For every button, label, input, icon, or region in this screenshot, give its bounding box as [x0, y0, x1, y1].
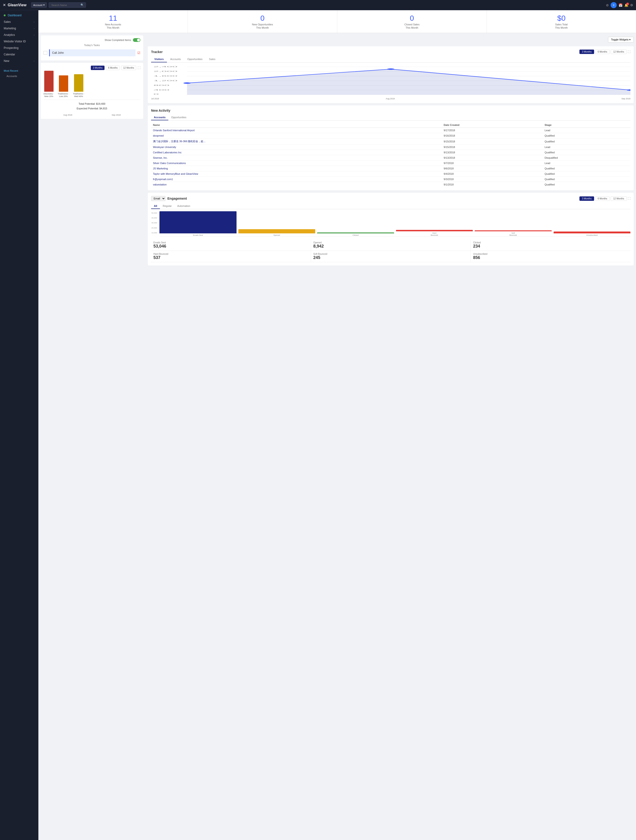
col-stage: Stage: [543, 122, 630, 128]
table-row: 澳门金沙国际，注册送 36-366 随机彩金，超...9/15/2018Qual…: [151, 139, 630, 145]
row-name[interactable]: Certified Laboratories Inc: [151, 150, 442, 155]
row-name[interactable]: valuestation: [151, 182, 442, 187]
tracker-3months-btn[interactable]: 3 Months: [579, 50, 594, 54]
eng-bar-unsub-bar: [554, 232, 631, 234]
row-stage: Lead: [543, 128, 630, 133]
eng-bars-row: Emails Sent Opened Clicked: [160, 211, 630, 237]
eng-bar-sent-label: Emails Sent: [193, 234, 203, 237]
engagement-expand-icon[interactable]: ⛶: [628, 197, 630, 200]
most-recent-link[interactable]: Most Recent: [0, 68, 38, 74]
show-completed-toggle[interactable]: [133, 38, 140, 42]
search-input[interactable]: [51, 4, 79, 6]
tracker-tab-visitors[interactable]: Visitors: [151, 56, 167, 62]
stat-total-sub: This Month: [490, 26, 633, 29]
calendar-button[interactable]: 📅: [619, 3, 622, 7]
eng-stat-item: Opened8,942: [311, 240, 471, 251]
engagement-3months-btn[interactable]: 3 Months: [579, 196, 594, 201]
tracker-12months-btn[interactable]: 12 Months: [611, 50, 627, 54]
row-name[interactable]: Taylor with MemoryBlue and GleanView: [151, 171, 442, 177]
account-selector[interactable]: Account ▾: [31, 2, 47, 8]
svg-text:1,600: 1,600: [153, 75, 177, 77]
sidebar-item-new[interactable]: New ›: [0, 58, 38, 64]
tracker-tab-sales[interactable]: Sales: [206, 56, 219, 62]
row-stage: Lead: [543, 161, 630, 166]
activity-table: Name Date Created Stage Orlando Sanford …: [151, 122, 630, 187]
engagement-12months-btn[interactable]: 12 Months: [611, 196, 627, 201]
sidebar-item-calendar[interactable]: Calendar: [0, 51, 38, 58]
svg-point-15: [184, 82, 191, 84]
eng-bar-soft-bar: [475, 231, 552, 231]
row-date: 9/16/2018: [442, 133, 543, 139]
engagement-sub-tabs: All Regular Automation: [151, 204, 630, 209]
row-name[interactable]: Wesleyan University: [151, 145, 442, 150]
row-date: 9/13/2018: [442, 150, 543, 155]
tracker-tab-accounts[interactable]: Accounts: [167, 56, 184, 62]
sidebar-item-analytics[interactable]: Analytics ›: [0, 32, 38, 38]
tracker-6months-btn[interactable]: 6 Months: [595, 50, 610, 54]
sidebar-item-website-visitor[interactable]: Website Visitor ID: [0, 38, 38, 45]
row-stage: Lead: [543, 145, 630, 150]
col-name: Name: [151, 122, 442, 128]
eng-tab-all[interactable]: All: [151, 204, 160, 209]
tracker-tab-opportunities[interactable]: Opportunities: [184, 56, 206, 62]
row-stage: Qualified: [543, 150, 630, 155]
stat-new-accounts: 11 New Accounts This Month: [38, 10, 188, 33]
add-button[interactable]: +: [611, 2, 617, 8]
activity-tab-opportunities[interactable]: Opportunities: [168, 115, 189, 120]
chart-expand-icon[interactable]: ⛶: [138, 66, 140, 69]
row-name[interactable]: 澳门金沙国际，注册送 36-366 随机彩金，超...: [151, 139, 442, 145]
engagement-bar-chart: 50,000 40,000 30,000 20,000 10,000 Email…: [151, 211, 630, 237]
sidebar-item-sales[interactable]: Sales ›: [0, 19, 38, 25]
table-row: Certified Laboratories Inc9/13/2018Quali…: [151, 150, 630, 155]
notifications-button[interactable]: 🔔 1: [624, 3, 628, 7]
chart-6months-btn[interactable]: 6 Months: [106, 66, 120, 70]
engagement-6months-btn[interactable]: 6 Months: [595, 196, 610, 201]
tracker-x-labels: Jul 2018 Aug 2018 Sep 2018: [151, 98, 630, 100]
close-icon[interactable]: ✕: [3, 3, 6, 7]
total-potential: Total Potential: $19,400: [44, 102, 140, 106]
sidebar-sub-accounts[interactable]: Accounts: [0, 74, 38, 79]
x-label-sep: Sep 2018: [112, 114, 121, 116]
task-checkbox[interactable]: [44, 51, 47, 55]
settings-button[interactable]: ⚙: [630, 3, 633, 7]
eng-bar-clicked-bar: [317, 232, 394, 234]
eng-bar-hard-bar: [396, 230, 473, 231]
eng-tab-automation[interactable]: Automation: [175, 204, 193, 209]
email-type-select[interactable]: Email: [151, 196, 166, 201]
new-arrow: ›: [34, 60, 35, 62]
row-date: 9/4/2018: [442, 171, 543, 177]
search-bar[interactable]: 🔍: [49, 2, 86, 8]
tracker-svg: 2,400 2,000 1,600 1,200 800 400 0: [151, 65, 630, 97]
eng-bar-opened-bar: [238, 229, 315, 234]
sidebar-item-prospecting[interactable]: Prospecting: [0, 45, 38, 51]
chart-3months-btn[interactable]: 3 Months: [91, 66, 104, 70]
tracker-expand-icon[interactable]: ⛶: [628, 50, 630, 54]
row-name[interactable]: fr@yopmail.com1: [151, 177, 442, 182]
activity-tab-accounts[interactable]: Accounts: [151, 115, 168, 120]
table-row: Sisense, Inc.9/13/2018Disqualified: [151, 155, 630, 161]
chart-12months-btn[interactable]: 12 Months: [121, 66, 136, 70]
filter-button[interactable]: ⊘: [606, 3, 609, 7]
toggle-widgets-button[interactable]: Toggle Widgets ▾: [608, 37, 634, 43]
sidebar-item-dashboard[interactable]: Dashboard: [0, 12, 38, 19]
eng-stat-item: Emails Sent53,046: [151, 240, 311, 251]
tracker-tabs: Visitors Accounts Opportunities Sales: [151, 56, 630, 63]
activity-title: New Activity: [151, 109, 630, 112]
eng-tab-regular[interactable]: Regular: [160, 204, 175, 209]
row-name[interactable]: Sisense, Inc.: [151, 155, 442, 161]
svg-text:800: 800: [153, 84, 169, 86]
eng-stat-value: 245: [313, 255, 468, 260]
sidebar-item-marketing[interactable]: Marketing ›: [0, 25, 38, 32]
row-name[interactable]: Silver Oaks Communications: [151, 161, 442, 166]
row-name[interactable]: Orlando Sanford International Airport: [151, 128, 442, 133]
eng-stat-value: 8,942: [313, 244, 468, 249]
row-stage: Qualified: [543, 182, 630, 187]
sales-arrow: ›: [34, 21, 35, 23]
activity-tabs: Accounts Opportunities: [151, 115, 630, 120]
row-name[interactable]: JS Marketing: [151, 166, 442, 171]
tracker-x-jul: Jul 2018: [151, 98, 159, 100]
task-complete-icon[interactable]: ☑: [138, 51, 140, 55]
row-name[interactable]: doopmed: [151, 133, 442, 139]
main-content: 11 New Accounts This Month 0 New Opportu…: [38, 10, 636, 840]
sidebar: Dashboard Sales › Marketing › Analytics …: [0, 10, 38, 840]
